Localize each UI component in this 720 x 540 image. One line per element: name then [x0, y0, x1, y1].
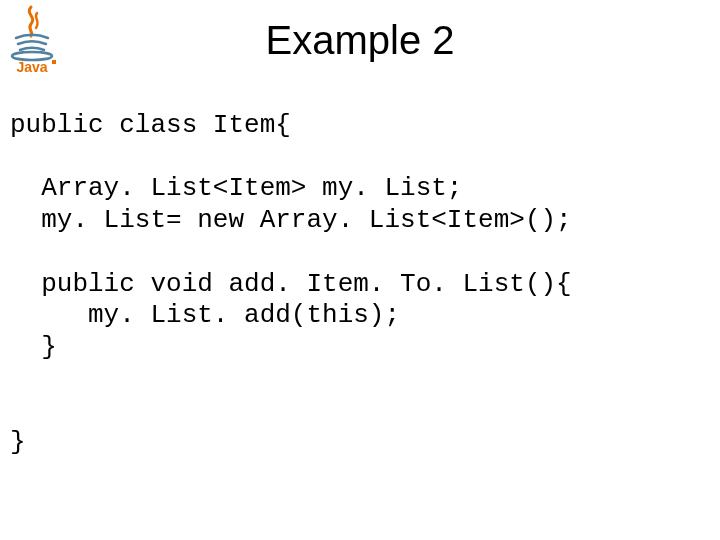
- slide-title: Example 2: [0, 18, 720, 63]
- code-line: public void add. Item. To. List(){: [10, 269, 572, 299]
- code-line: }: [10, 332, 57, 362]
- code-line: my. List= new Array. List<Item>();: [10, 205, 572, 235]
- code-line: my. List. add(this);: [10, 300, 400, 330]
- code-line: public class Item{: [10, 110, 291, 140]
- code-line: Array. List<Item> my. List;: [10, 173, 462, 203]
- slide: Java Example 2 public class Item{ Array.…: [0, 0, 720, 540]
- code-line: }: [10, 427, 26, 457]
- code-block: public class Item{ Array. List<Item> my.…: [10, 110, 710, 459]
